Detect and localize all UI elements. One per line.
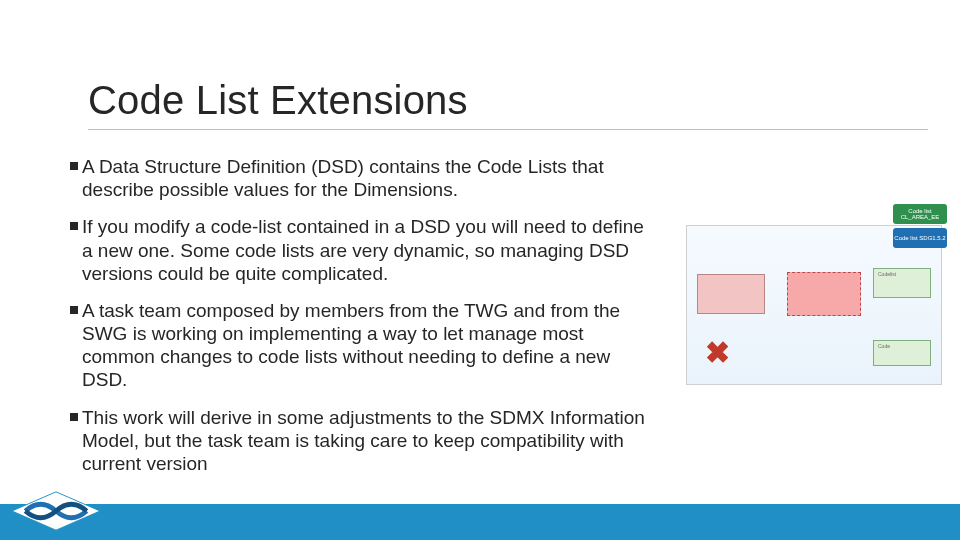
diagram-box-dashed	[787, 272, 861, 316]
diagram-box-label: Codelist	[878, 271, 896, 277]
bullet-square-icon	[70, 306, 78, 314]
diagram-thumbnail: Code list CL_AREA_EE Code list SDG1.5.2 …	[686, 225, 942, 385]
bullet-item: A Data Structure Definition (DSD) contai…	[70, 155, 650, 201]
bullet-item: A task team composed by members from the…	[70, 299, 650, 392]
bullet-item: If you modify a code-list contained in a…	[70, 215, 650, 285]
sdmx-logo-icon	[8, 488, 104, 534]
bullet-square-icon	[70, 413, 78, 421]
diagram-tag-blue: Code list SDG1.5.2	[893, 228, 947, 248]
slide: Code List Extensions A Data Structure De…	[0, 0, 960, 540]
bullet-text: A Data Structure Definition (DSD) contai…	[82, 155, 650, 201]
cross-icon: ✖	[705, 335, 730, 370]
diagram-box-green: Code	[873, 340, 931, 366]
bullet-text: This work will derive in some adjustment…	[82, 406, 650, 476]
title-area: Code List Extensions	[88, 78, 920, 130]
slide-title: Code List Extensions	[88, 78, 920, 123]
diagram-box-label: Code	[878, 343, 890, 349]
footer-bar	[0, 504, 960, 540]
bullet-text: A task team composed by members from the…	[82, 299, 650, 392]
bullet-square-icon	[70, 222, 78, 230]
diagram-box	[697, 274, 765, 314]
body-text: A Data Structure Definition (DSD) contai…	[70, 155, 650, 489]
diagram-tag-green: Code list CL_AREA_EE	[893, 204, 947, 224]
diagram-box-green: Codelist	[873, 268, 931, 298]
bullet-square-icon	[70, 162, 78, 170]
title-underline	[88, 129, 928, 130]
bullet-item: This work will derive in some adjustment…	[70, 406, 650, 476]
bullet-text: If you modify a code-list contained in a…	[82, 215, 650, 285]
